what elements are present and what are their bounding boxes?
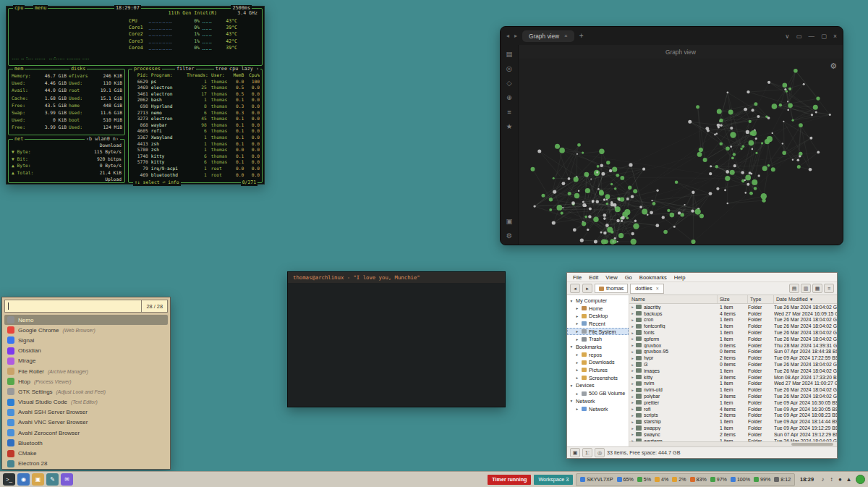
expander-icon[interactable]: ▸ [629, 413, 636, 418]
graph-node[interactable] [765, 139, 770, 144]
graph-node[interactable] [783, 83, 788, 88]
mail-launcher-icon[interactable]: ✉ [61, 473, 73, 486]
graph-node[interactable] [783, 121, 784, 122]
column-header[interactable]: Date Modified▾ [774, 295, 837, 303]
file-row[interactable]: ▸fontconfig1 itemFolderTue 26 Mar 2024 1… [629, 323, 837, 329]
graph-node[interactable] [803, 83, 805, 85]
process-row[interactable]: 5770kitty6thomas0.10.0 [131, 159, 260, 166]
sidebar-section[interactable]: ▾My Computer [567, 297, 629, 305]
browser-launcher-icon[interactable]: ◉ [17, 473, 30, 486]
graph-node[interactable] [631, 239, 637, 245]
graph-node[interactable] [582, 201, 584, 203]
graph-node[interactable] [731, 156, 734, 159]
file-row[interactable]: ▸i30 itemsFolderTue 26 Mar 2024 18:04:02… [629, 361, 837, 368]
graph-node[interactable] [799, 152, 802, 156]
graph-node[interactable] [746, 130, 749, 134]
graph-canvas[interactable]: ⚙ [519, 59, 843, 245]
expander-icon[interactable]: ▸ [629, 368, 636, 373]
menubar-item-view[interactable]: View [602, 274, 621, 281]
graph-node[interactable] [717, 124, 720, 127]
graph-node[interactable] [642, 209, 647, 215]
graph-node[interactable] [720, 124, 723, 127]
expander-icon[interactable]: ▸ [629, 336, 636, 341]
sidebar-item[interactable]: ▸File System [567, 328, 629, 336]
graph-node[interactable] [746, 183, 749, 186]
menubar-item-go[interactable]: Go [621, 274, 636, 281]
expander-icon[interactable]: ▸ [629, 375, 636, 379]
graph-node[interactable] [568, 192, 571, 195]
graph-node[interactable] [752, 148, 754, 151]
expander-icon[interactable]: ▸ [629, 363, 636, 367]
graph-node[interactable] [633, 189, 637, 193]
graph-node[interactable] [633, 223, 639, 229]
graph-node[interactable] [816, 97, 820, 101]
graph-node[interactable] [629, 163, 632, 166]
launcher-item[interactable]: CMake [4, 448, 168, 458]
file-row[interactable]: ▸prettier1 itemFolderTue 09 Apr 2024 16:… [629, 399, 837, 406]
process-column-header[interactable]: MemB [231, 72, 244, 79]
graph-node[interactable] [571, 201, 575, 205]
graph-node[interactable] [697, 152, 702, 157]
process-column-header[interactable]: Pid: [131, 72, 148, 79]
graph-node[interactable] [761, 142, 763, 144]
process-row[interactable]: 698Hyprland8thomas0.30.0 [131, 103, 260, 110]
graph-node[interactable] [767, 81, 770, 84]
graph-node[interactable] [726, 146, 730, 151]
tray-brightness[interactable]: 97% [710, 477, 727, 483]
graph-node[interactable] [745, 192, 747, 194]
graph-node[interactable] [797, 159, 800, 162]
scrollbar-thumb[interactable] [791, 443, 833, 446]
graph-node[interactable] [720, 143, 723, 146]
graph-node[interactable] [688, 120, 692, 124]
terminal-titlebar[interactable]: thomas@archlinux - "I love you, Munchie" [288, 272, 505, 283]
process-row[interactable]: 3461electron17thomas0.50.0 [131, 91, 260, 98]
graph-node[interactable] [667, 209, 670, 212]
expander-icon[interactable]: ▸ [629, 426, 636, 431]
graph-node[interactable] [793, 69, 798, 73]
graph-node[interactable] [817, 151, 820, 154]
graph-node[interactable] [537, 150, 541, 153]
workspace-indicator[interactable]: Workspace 3 [534, 475, 573, 485]
sidebar-item[interactable]: ▸repos [567, 351, 629, 359]
graph-node[interactable] [746, 90, 749, 93]
tray-memory[interactable]: 5% [637, 477, 651, 483]
graph-node[interactable] [542, 194, 545, 198]
graph-node[interactable] [533, 205, 535, 207]
graph-node[interactable] [599, 190, 603, 194]
graph-node[interactable] [829, 114, 831, 116]
graph-node[interactable] [582, 221, 586, 226]
graph-node[interactable] [620, 197, 624, 201]
expander-icon[interactable]: ▸ [629, 388, 636, 392]
graph-node[interactable] [568, 177, 571, 180]
network-icon[interactable]: ↕ [827, 476, 835, 483]
graph-node[interactable] [742, 145, 745, 148]
graph-node[interactable] [745, 175, 751, 181]
graph-node[interactable] [582, 152, 584, 154]
graph-node[interactable] [626, 216, 629, 219]
graph-node[interactable] [809, 137, 812, 140]
forward-icon[interactable]: ▸ [514, 33, 517, 39]
graph-node[interactable] [714, 134, 716, 136]
graph-node[interactable] [740, 148, 742, 150]
graph-node[interactable] [784, 88, 786, 90]
graph-node[interactable] [709, 172, 712, 175]
tray-disk[interactable]: 83% [690, 477, 707, 483]
graph-node[interactable] [705, 127, 709, 130]
graph-node[interactable] [749, 171, 752, 174]
sidebar-item[interactable]: ▸Desktop [567, 313, 629, 321]
graph-node[interactable] [656, 190, 658, 192]
graph-node[interactable] [752, 109, 754, 111]
graph-node[interactable] [716, 187, 719, 190]
tree-toggle[interactable]: tree [214, 66, 229, 72]
graph-node[interactable] [596, 171, 598, 174]
process-row[interactable]: 6629ps1thomas0.0100 [131, 79, 260, 85]
launcher-item[interactable]: Htop(Process Viewer) [4, 376, 168, 386]
graph-node[interactable] [601, 239, 606, 244]
new-note-icon[interactable]: ⊕ [506, 93, 512, 101]
tray-cpu[interactable]: 4% [655, 477, 668, 483]
expander-icon[interactable]: ▸ [629, 400, 636, 405]
column-header[interactable]: Size [718, 295, 748, 303]
graph-node[interactable] [670, 213, 675, 218]
tray-battery[interactable]: 65% [617, 477, 634, 483]
process-column-header[interactable]: User: [207, 72, 231, 79]
